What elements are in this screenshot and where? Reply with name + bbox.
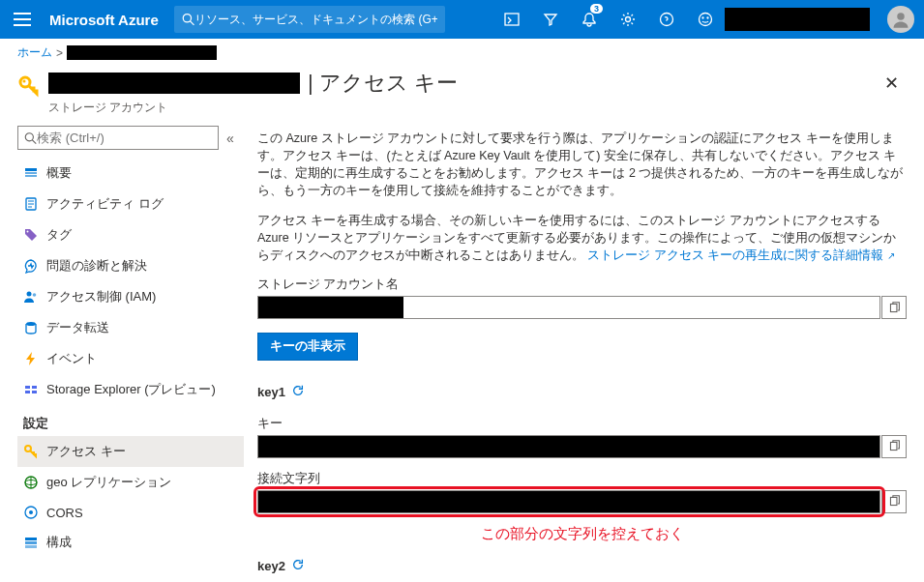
external-link-icon: ↗ xyxy=(887,250,895,261)
sidebar-item-data-transfer[interactable]: データ転送 xyxy=(17,312,244,343)
content-pane: この Azure ストレージ アカウントに対して要求を行う際は、アプリケーション… xyxy=(244,120,924,582)
sidebar-item-configuration[interactable]: 構成 xyxy=(17,527,244,558)
hide-keys-button[interactable]: キーの非表示 xyxy=(257,333,358,361)
sidebar-item-cors[interactable]: CORS xyxy=(17,498,244,527)
sidebar-section-settings: 設定 xyxy=(17,405,244,436)
copy-icon xyxy=(888,495,901,508)
svg-point-6 xyxy=(626,17,631,22)
diagnose-icon xyxy=(23,258,39,274)
sidebar-item-label: 構成 xyxy=(46,534,72,551)
sidebar-list: 概要 アクティビティ ログ タグ 問題の診断と解決 アクセス制御 (IAM) デ… xyxy=(17,158,244,558)
sidebar-item-iam[interactable]: アクセス制御 (IAM) xyxy=(17,281,244,312)
directory-filter-icon[interactable] xyxy=(531,0,570,39)
copy-account-name-button[interactable] xyxy=(881,296,907,319)
close-icon[interactable]: ✕ xyxy=(877,69,907,98)
copy-icon xyxy=(888,440,901,452)
sidebar-item-label: イベント xyxy=(46,350,97,367)
copy-key1-key-button[interactable] xyxy=(881,435,907,458)
svg-point-9 xyxy=(702,17,703,18)
sidebar-search[interactable] xyxy=(17,126,219,150)
cors-icon xyxy=(23,505,39,520)
breadcrumb-home[interactable]: ホーム xyxy=(17,44,52,61)
sidebar-item-label: Storage Explorer (プレビュー) xyxy=(46,381,216,398)
sidebar-item-label: CORS xyxy=(46,506,83,520)
regenerate-key1-icon[interactable] xyxy=(291,384,305,403)
svg-rect-29 xyxy=(25,391,30,393)
page-header: | アクセス キー ストレージ アカウント ✕ xyxy=(0,63,924,120)
account-name-field[interactable] xyxy=(257,296,880,319)
breadcrumb: ホーム > xyxy=(0,39,924,63)
svg-point-8 xyxy=(700,14,712,26)
sidebar-item-access-keys[interactable]: アクセス キー xyxy=(17,436,244,467)
search-icon xyxy=(182,13,194,26)
svg-rect-37 xyxy=(25,538,37,540)
label-account-name: ストレージ アカウント名 xyxy=(257,276,907,293)
notifications-icon[interactable]: 3 xyxy=(570,0,609,39)
transfer-icon xyxy=(23,320,39,335)
hamburger-menu-icon[interactable] xyxy=(0,0,44,39)
feedback-icon[interactable] xyxy=(686,0,725,39)
resource-name-redacted xyxy=(48,73,300,94)
brand-label[interactable]: Microsoft Azure xyxy=(44,12,174,28)
settings-icon[interactable] xyxy=(609,0,647,39)
regenerate-key2-icon[interactable] xyxy=(291,558,305,577)
key1-connstr-redacted xyxy=(258,491,879,512)
help-icon[interactable] xyxy=(647,0,686,39)
sidebar-item-storage-explorer[interactable]: Storage Explorer (プレビュー) xyxy=(17,374,244,405)
annotation-text: この部分の文字列を控えておく xyxy=(257,523,907,544)
key1-key-field[interactable] xyxy=(257,435,880,458)
sidebar-item-label: アクティビティ ログ xyxy=(46,195,164,213)
page-subtitle: ストレージ アカウント xyxy=(48,100,877,116)
description-2: アクセス キーを再生成する場合、その新しいキーを使用するには、このストレージ ア… xyxy=(257,212,907,264)
sidebar-item-overview[interactable]: 概要 xyxy=(17,158,244,189)
sidebar-item-label: アクセス制御 (IAM) xyxy=(46,288,156,306)
svg-rect-18 xyxy=(25,175,37,177)
svg-point-36 xyxy=(29,510,33,514)
collapse-sidebar-icon[interactable]: « xyxy=(223,127,238,150)
svg-rect-42 xyxy=(890,498,897,506)
sidebar-search-input[interactable] xyxy=(37,131,212,145)
global-search[interactable] xyxy=(174,6,445,33)
explorer-icon xyxy=(23,382,39,397)
svg-rect-38 xyxy=(25,541,37,544)
sidebar-item-diagnose[interactable]: 問題の診断と解決 xyxy=(17,250,244,281)
key1-title: key1 xyxy=(257,384,907,403)
key-icon xyxy=(23,444,39,459)
svg-rect-17 xyxy=(25,172,37,174)
copy-key1-connstr-button[interactable] xyxy=(881,490,907,513)
cloudshell-icon[interactable] xyxy=(492,0,531,39)
tag-icon xyxy=(23,227,39,243)
svg-rect-39 xyxy=(25,545,37,548)
avatar[interactable] xyxy=(887,6,914,33)
svg-point-26 xyxy=(26,322,36,326)
sidebar-item-activity-log[interactable]: アクティビティ ログ xyxy=(17,189,244,219)
svg-rect-16 xyxy=(25,168,37,171)
event-icon xyxy=(23,351,39,366)
config-icon xyxy=(23,535,39,550)
main-area: « 概要 アクティビティ ログ タグ 問題の診断と解決 アクセス制御 (IAM)… xyxy=(0,120,924,582)
key-icon xyxy=(17,74,41,101)
key1-connstr-field[interactable] xyxy=(257,490,880,513)
svg-rect-41 xyxy=(890,443,897,451)
topbar: Microsoft Azure 3 xyxy=(0,0,924,39)
sidebar-item-label: geo レプリケーション xyxy=(46,474,171,491)
sidebar-item-tags[interactable]: タグ xyxy=(17,219,244,250)
activity-log-icon xyxy=(23,196,39,212)
label-key1-key: キー xyxy=(257,415,907,432)
svg-point-25 xyxy=(33,293,37,297)
svg-rect-2 xyxy=(14,24,31,26)
regenerate-info-link[interactable]: ストレージ アクセス キーの再生成に関する詳細情報 ↗ xyxy=(587,248,894,262)
label-key1-connstr: 接続文字列 xyxy=(257,470,907,487)
svg-line-15 xyxy=(32,139,36,143)
svg-point-24 xyxy=(27,292,32,297)
sidebar-item-events[interactable]: イベント xyxy=(17,343,244,374)
overview-icon xyxy=(23,165,39,181)
svg-rect-0 xyxy=(14,13,31,15)
sidebar-item-geo-replication[interactable]: geo レプリケーション xyxy=(17,467,244,498)
svg-rect-40 xyxy=(890,304,897,311)
copy-icon xyxy=(888,302,901,314)
global-search-input[interactable] xyxy=(194,13,437,26)
sidebar: « 概要 アクティビティ ログ タグ 問題の診断と解決 アクセス制御 (IAM)… xyxy=(0,120,244,582)
svg-line-4 xyxy=(190,21,194,25)
search-icon xyxy=(24,131,37,145)
